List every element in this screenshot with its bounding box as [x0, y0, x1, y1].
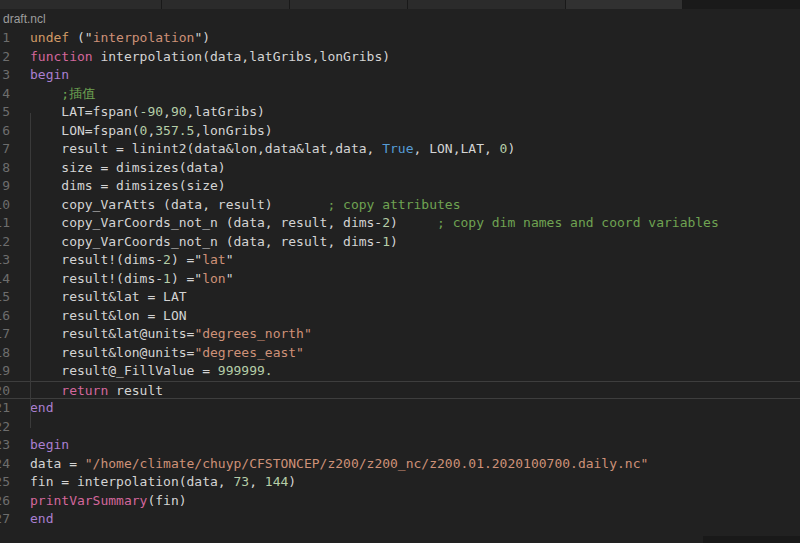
code-line[interactable]: 19 result@_FillValue = 999999. — [0, 362, 800, 381]
code-text: result&lat = LAT — [30, 288, 187, 307]
code-line[interactable]: 9 dims = dimsizes(size) — [0, 177, 800, 196]
code-text: copy_VarAtts (data, result) ; copy attri… — [30, 196, 460, 215]
line-number[interactable]: 2 — [0, 48, 12, 67]
code-text: result&lon@units="degrees_east" — [30, 344, 304, 363]
line-number[interactable]: 26 — [0, 492, 12, 511]
line-number[interactable]: 10 — [0, 196, 12, 215]
code-text: result!(dims-1) ="lon" — [30, 270, 234, 289]
code-line[interactable]: 13 result!(dims-2) ="lat" — [0, 251, 800, 270]
line-number[interactable]: 24 — [0, 455, 12, 474]
code-text: begin — [30, 66, 69, 85]
code-text: end — [30, 399, 53, 418]
line-number[interactable]: 12 — [0, 233, 12, 252]
code-text: size = dimsizes(data) — [30, 159, 226, 178]
code-text: undef ("interpolation") — [30, 29, 210, 48]
code-text: fin = interpolation(data, 73, 144) — [30, 473, 296, 492]
line-number[interactable]: 6 — [0, 122, 12, 141]
code-line[interactable]: 5 LAT=fspan(-90,90,latGribs) — [0, 103, 800, 122]
code-text: LAT=fspan(-90,90,latGribs) — [30, 103, 265, 122]
code-line[interactable]: 22 — [0, 418, 800, 437]
line-number[interactable]: 14 — [0, 270, 12, 289]
line-number[interactable]: 3 — [0, 66, 12, 85]
code-line[interactable]: 25fin = interpolation(data, 73, 144) — [0, 473, 800, 492]
code-text: dims = dimsizes(size) — [30, 177, 226, 196]
line-number[interactable]: 22 — [0, 418, 12, 437]
code-line[interactable]: 8 size = dimsizes(data) — [0, 159, 800, 178]
code-text: LON=fspan(0,357.5,lonGribs) — [30, 122, 273, 141]
line-number[interactable]: 19 — [0, 362, 12, 381]
code-line[interactable]: 24data = "/home/climate/chuyp/CFSTONCEP/… — [0, 455, 800, 474]
line-number[interactable]: 4 — [0, 85, 12, 104]
code-lines: 1undef ("interpolation")2function interp… — [0, 29, 800, 529]
code-line[interactable]: 4 ;插值 — [0, 85, 800, 104]
line-number[interactable]: 8 — [0, 159, 12, 178]
tab-segment[interactable] — [162, 0, 290, 9]
code-text: ;插值 — [30, 85, 95, 104]
code-line[interactable]: 26printVarSummary(fin) — [0, 492, 800, 511]
code-line[interactable]: 3begin — [0, 66, 800, 85]
indent-guide — [30, 113, 31, 428]
code-line[interactable]: 17 result&lat@units="degrees_north" — [0, 325, 800, 344]
tab-segment[interactable] — [290, 0, 408, 9]
code-line[interactable]: 20 return result — [0, 381, 800, 400]
line-number[interactable]: 23 — [0, 436, 12, 455]
code-line[interactable]: 2function interpolation(data,latGribs,lo… — [0, 48, 800, 67]
code-text: end — [30, 510, 53, 529]
code-line[interactable]: 10 copy_VarAtts (data, result) ; copy at… — [0, 196, 800, 215]
code-line[interactable]: 23begin — [0, 436, 800, 455]
breadcrumb-file-label[interactable]: draft.ncl — [3, 12, 46, 26]
line-number[interactable]: 20 — [0, 382, 12, 399]
tab-segment[interactable] — [408, 0, 566, 9]
code-line[interactable]: 11 copy_VarCoords_not_n (data, result, d… — [0, 214, 800, 233]
line-number[interactable]: 17 — [0, 325, 12, 344]
code-text: result@_FillValue = 999999. — [30, 362, 273, 381]
line-number[interactable]: 27 — [0, 510, 12, 529]
code-text: function interpolation(data,latGribs,lon… — [30, 48, 390, 67]
code-line[interactable]: 12 copy_VarCoords_not_n (data, result, d… — [0, 233, 800, 252]
breadcrumb[interactable]: draft.ncl — [0, 9, 800, 29]
code-line[interactable]: 16 result&lon = LON — [0, 307, 800, 326]
line-number[interactable]: 25 — [0, 473, 12, 492]
code-line[interactable]: 21end — [0, 399, 800, 418]
code-text: result&lat@units="degrees_north" — [30, 325, 312, 344]
line-number[interactable]: 16 — [0, 307, 12, 326]
tab-segment[interactable] — [566, 0, 683, 9]
line-number[interactable]: 7 — [0, 140, 12, 159]
code-line[interactable]: 18 result&lon@units="degrees_east" — [0, 344, 800, 363]
line-number[interactable]: 21 — [0, 399, 12, 418]
code-text: result!(dims-2) ="lat" — [30, 251, 234, 270]
code-line[interactable]: 1undef ("interpolation") — [0, 29, 800, 48]
code-line[interactable]: 6 LON=fspan(0,357.5,lonGribs) — [0, 122, 800, 141]
code-line[interactable]: 7 result = linint2(data&lon,data&lat,dat… — [0, 140, 800, 159]
tab-strip-empty-area — [683, 0, 800, 9]
code-text: copy_VarCoords_not_n (data, result, dims… — [30, 233, 398, 252]
line-number[interactable]: 5 — [0, 103, 12, 122]
code-text: data = "/home/climate/chuyp/CFSTONCEP/z2… — [30, 455, 648, 474]
tab-strip[interactable] — [0, 0, 683, 9]
line-number[interactable]: 18 — [0, 344, 12, 363]
code-text: result = linint2(data&lon,data&lat,data,… — [30, 140, 515, 159]
line-number[interactable]: 11 — [0, 214, 12, 233]
line-number[interactable]: 9 — [0, 177, 12, 196]
tab-segment[interactable] — [0, 0, 162, 9]
code-text: result&lon = LON — [30, 307, 187, 326]
code-text: printVarSummary(fin) — [30, 492, 187, 511]
code-line[interactable]: 27end — [0, 510, 800, 529]
code-text: begin — [30, 436, 69, 455]
bottom-right-panel-edge — [703, 536, 800, 543]
line-number[interactable]: 15 — [0, 288, 12, 307]
code-editor[interactable]: 1undef ("interpolation")2function interp… — [0, 29, 800, 529]
line-number[interactable]: 13 — [0, 251, 12, 270]
code-line[interactable]: 14 result!(dims-1) ="lon" — [0, 270, 800, 289]
line-number[interactable]: 1 — [0, 29, 12, 48]
code-line[interactable]: 15 result&lat = LAT — [0, 288, 800, 307]
code-text: return result — [30, 382, 163, 399]
code-text: copy_VarCoords_not_n (data, result, dims… — [30, 214, 719, 233]
